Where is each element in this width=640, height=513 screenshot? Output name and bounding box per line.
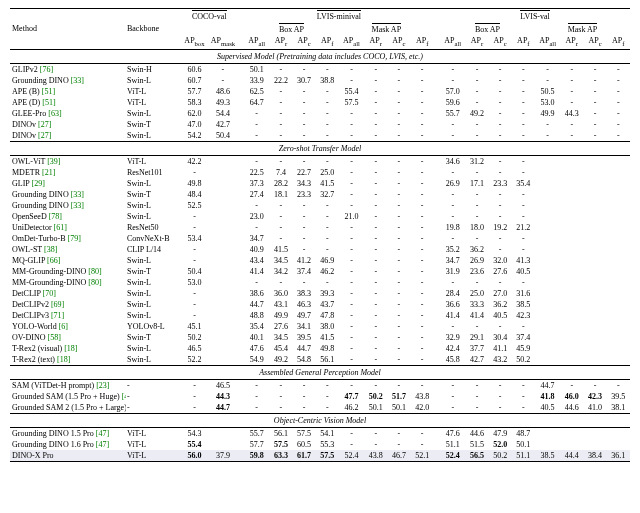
value-cell: - bbox=[181, 402, 208, 414]
value-cell bbox=[583, 299, 606, 310]
value-cell: - bbox=[316, 97, 339, 108]
value-cell bbox=[607, 155, 630, 167]
value-cell: - bbox=[387, 439, 410, 450]
method-cell: MM-Grounding-DINO [80] bbox=[10, 277, 126, 288]
citation: [38] bbox=[44, 245, 57, 254]
value-cell: 54.2 bbox=[181, 130, 208, 142]
value-cell: - bbox=[364, 244, 387, 255]
value-cell: - bbox=[489, 402, 512, 414]
value-cell: 54.9 bbox=[244, 354, 269, 366]
value-cell bbox=[607, 310, 630, 321]
value-cell bbox=[583, 189, 606, 200]
value-cell: - bbox=[387, 178, 410, 189]
col-apf2: APf bbox=[411, 35, 434, 49]
value-cell bbox=[560, 439, 583, 450]
value-cell: - bbox=[387, 277, 410, 288]
value-cell: - bbox=[387, 97, 410, 108]
value-cell: 19.8 bbox=[440, 222, 465, 233]
value-cell: - bbox=[316, 379, 339, 391]
citation: [66] bbox=[47, 256, 60, 265]
value-cell bbox=[560, 244, 583, 255]
citation: [71] bbox=[51, 311, 64, 320]
value-cell: - bbox=[208, 63, 238, 75]
value-cell: - bbox=[489, 244, 512, 255]
citation: [78] bbox=[49, 212, 62, 221]
value-cell: - bbox=[293, 97, 316, 108]
value-cell: - bbox=[512, 379, 535, 391]
value-cell: - bbox=[560, 86, 583, 97]
citation: [33] bbox=[71, 76, 84, 85]
value-cell: - bbox=[411, 332, 434, 343]
value-cell bbox=[208, 354, 238, 366]
value-cell: - bbox=[489, 277, 512, 288]
value-cell: 55.7 bbox=[440, 108, 465, 119]
value-cell: - bbox=[607, 75, 630, 86]
value-cell: 34.1 bbox=[293, 321, 316, 332]
backbone-cell: Swin-L bbox=[126, 211, 181, 222]
value-cell: - bbox=[364, 277, 387, 288]
table-row: DINO-X Pro ViT-L56.037.959.863.361.757.5… bbox=[10, 450, 630, 462]
value-cell: - bbox=[244, 277, 269, 288]
value-cell: - bbox=[440, 402, 465, 414]
value-cell: - bbox=[181, 310, 208, 321]
value-cell bbox=[560, 178, 583, 189]
value-cell bbox=[607, 439, 630, 450]
value-cell bbox=[583, 244, 606, 255]
value-cell: - bbox=[489, 200, 512, 211]
value-cell: - bbox=[440, 233, 465, 244]
value-cell: - bbox=[293, 155, 316, 167]
method-cell: OWL-ST [38] bbox=[10, 244, 126, 255]
value-cell bbox=[535, 266, 560, 277]
value-cell bbox=[535, 167, 560, 178]
value-cell: - bbox=[465, 86, 488, 97]
value-cell: 57.7 bbox=[181, 86, 208, 97]
value-cell bbox=[607, 244, 630, 255]
value-cell: - bbox=[489, 233, 512, 244]
value-cell: - bbox=[583, 97, 606, 108]
value-cell bbox=[607, 255, 630, 266]
value-cell: - bbox=[411, 244, 434, 255]
backbone-cell: ViT-L bbox=[126, 155, 181, 167]
col-apc4: APc bbox=[583, 35, 606, 49]
value-cell: - bbox=[269, 130, 292, 142]
value-cell: 50.2 bbox=[512, 354, 535, 366]
value-cell: 7.4 bbox=[269, 167, 292, 178]
value-cell: 40.9 bbox=[244, 244, 269, 255]
value-cell: 32.7 bbox=[316, 189, 339, 200]
value-cell: 40.5 bbox=[489, 310, 512, 321]
value-cell: - bbox=[339, 332, 364, 343]
value-cell: 27.0 bbox=[489, 288, 512, 299]
value-cell: - bbox=[465, 402, 488, 414]
value-cell: - bbox=[489, 379, 512, 391]
value-cell bbox=[535, 310, 560, 321]
value-cell bbox=[535, 343, 560, 354]
value-cell: - bbox=[316, 277, 339, 288]
value-cell: 44.6 bbox=[465, 427, 488, 439]
value-cell bbox=[208, 277, 238, 288]
value-cell bbox=[607, 200, 630, 211]
method-cell: DetCLIPv2 [69] bbox=[10, 299, 126, 310]
citation: [47] bbox=[96, 440, 109, 449]
value-cell: 37.4 bbox=[512, 332, 535, 343]
value-cell: 64.7 bbox=[244, 97, 269, 108]
value-cell: - bbox=[339, 178, 364, 189]
value-cell: 30.4 bbox=[489, 332, 512, 343]
value-cell: 49.8 bbox=[181, 178, 208, 189]
value-cell bbox=[607, 167, 630, 178]
value-cell: 19.2 bbox=[489, 222, 512, 233]
value-cell: 57.5 bbox=[339, 97, 364, 108]
value-cell: - bbox=[583, 86, 606, 97]
value-cell bbox=[607, 354, 630, 366]
method-cell: DetCLIPv3 [71] bbox=[10, 310, 126, 321]
value-cell: - bbox=[512, 119, 535, 130]
value-cell: 44.7 bbox=[293, 343, 316, 354]
method-cell: OmDet-Turbo-B [79] bbox=[10, 233, 126, 244]
value-cell: 43.2 bbox=[489, 354, 512, 366]
value-cell bbox=[535, 277, 560, 288]
value-cell: 42.0 bbox=[411, 402, 434, 414]
value-cell: 50.1 bbox=[244, 63, 269, 75]
value-cell: - bbox=[411, 86, 434, 97]
value-cell bbox=[560, 155, 583, 167]
table-row: UniDetector [61]ResNet50---------19.818.… bbox=[10, 222, 630, 233]
method-cell: YOLO-World [6] bbox=[10, 321, 126, 332]
